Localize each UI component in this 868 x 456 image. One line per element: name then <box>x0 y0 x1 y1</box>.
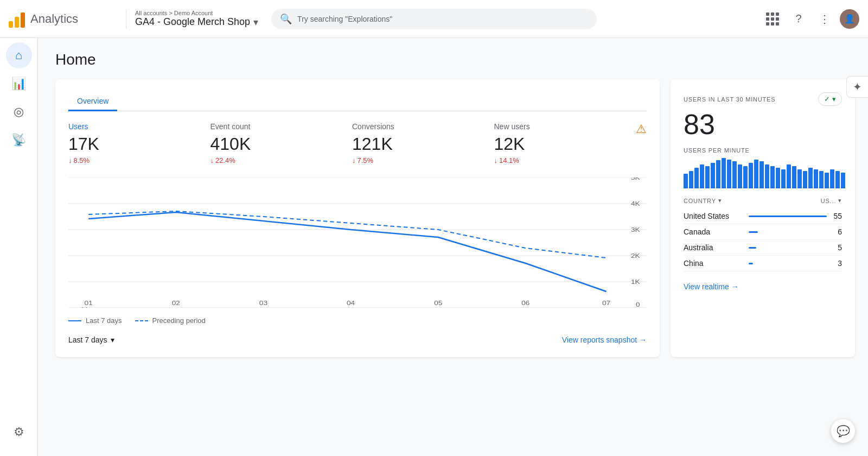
country-bar-wrap <box>749 231 831 233</box>
user-avatar[interactable]: 👤 <box>840 9 859 29</box>
realtime-bar <box>792 166 796 188</box>
realtime-bar <box>738 164 742 188</box>
tab-bar: Overview <box>68 92 647 111</box>
metric-new-users: New users 12K ↓ 14.1% <box>494 122 636 164</box>
reports-icon: 📊 <box>11 77 26 91</box>
date-range-button[interactable]: Last 7 days ▾ <box>68 335 114 344</box>
country-row: China 3 <box>684 256 842 271</box>
help-icon: ? <box>795 12 801 25</box>
sidebar-item-explore[interactable]: ◎ <box>6 99 32 125</box>
realtime-card: USERS IN LAST 30 MINUTES ✓ ▾ 83 USERS PE… <box>671 79 855 357</box>
tab-overview[interactable]: Overview <box>68 92 117 111</box>
realtime-bar <box>705 166 710 188</box>
metric-users: Users 17K ↓ 8.5% <box>68 122 210 164</box>
legend-dashed-label: Preceding period <box>152 316 206 325</box>
sidebar-item-reports[interactable]: 📊 <box>6 71 32 97</box>
realtime-country-header: COUNTRY ▾ US... ▾ <box>684 197 842 204</box>
help-button[interactable]: ? <box>788 8 809 30</box>
chat-icon: 💬 <box>837 425 850 438</box>
realtime-bar <box>732 161 737 188</box>
svg-text:4K: 4K <box>631 200 640 207</box>
metric-users-change: ↓ 8.5% <box>68 156 210 164</box>
realtime-value: 83 <box>684 110 842 138</box>
main-content: Home Overview Users 17K ↓ 8.5% Event cou… <box>38 38 868 456</box>
metric-events-value: 410K <box>210 134 353 154</box>
metric-events-change: ↓ 22.4% <box>210 156 353 164</box>
country-row: United States 55 <box>684 208 842 224</box>
sidebar-item-advertising[interactable]: 📡 <box>6 127 32 153</box>
realtime-bar <box>819 171 824 188</box>
settings-icon: ⚙ <box>14 425 24 439</box>
realtime-bar <box>835 171 840 188</box>
line-chart: 5K 4K 3K 2K 1K 0 01 May 02 03 04 05 06 0… <box>68 178 647 308</box>
chart-footer: Last 7 days ▾ View reports snapshot → <box>68 335 647 344</box>
realtime-badge[interactable]: ✓ ▾ <box>818 92 842 106</box>
realtime-bar <box>797 169 802 188</box>
country-bar <box>749 247 756 249</box>
country-value: 5 <box>838 243 842 252</box>
more-options-button[interactable]: ⋮ <box>814 8 835 30</box>
chart-legend: Last 7 days Preceding period <box>68 316 647 325</box>
chart-area: 5K 4K 3K 2K 1K 0 01 May 02 03 04 05 06 0… <box>68 178 647 308</box>
svg-text:03: 03 <box>259 300 267 306</box>
country-name: Canada <box>684 227 749 236</box>
country-bar-wrap <box>749 216 827 217</box>
country-row: Canada 6 <box>684 224 842 240</box>
realtime-header: USERS IN LAST 30 MINUTES ✓ ▾ <box>684 92 842 106</box>
country-value: 55 <box>833 212 842 220</box>
cards-row: Overview Users 17K ↓ 8.5% Event count 41… <box>55 79 855 357</box>
feedback-button[interactable]: 💬 <box>831 419 855 443</box>
realtime-bar <box>722 158 726 188</box>
date-range-arrow: ▾ <box>111 335 114 344</box>
search-box[interactable]: 🔍 Try searching "Explorations" <box>271 9 597 29</box>
realtime-bar <box>787 164 791 188</box>
down-arrow-icon: ↓ <box>68 156 72 164</box>
country-bar-wrap <box>749 263 831 264</box>
account-name[interactable]: GA4 - Google Merch Shop ▾ <box>135 16 258 28</box>
realtime-bar <box>749 163 753 188</box>
home-icon: ⌂ <box>15 48 22 62</box>
country-value: 6 <box>838 227 842 236</box>
svg-text:02: 02 <box>172 300 180 306</box>
metric-users-value: 17K <box>68 134 210 154</box>
right-panel-button[interactable]: ✦ <box>846 76 868 98</box>
svg-text:05: 05 <box>434 300 442 306</box>
svg-text:May: May <box>81 306 96 308</box>
realtime-bar <box>760 161 764 188</box>
realtime-bar <box>711 163 715 188</box>
metric-events: Event count 410K ↓ 22.4% <box>210 122 353 164</box>
view-realtime-link[interactable]: View realtime → <box>684 282 842 291</box>
view-reports-link[interactable]: View reports snapshot → <box>562 335 647 344</box>
grid-icon <box>766 12 779 26</box>
badge-dropdown-arrow: ▾ <box>832 95 836 103</box>
sparkle-icon: ✦ <box>853 80 862 93</box>
metric-conversions: Conversions 121K ↓ 7.5% <box>352 122 494 164</box>
country-bar <box>749 231 758 233</box>
realtime-bar <box>743 166 748 188</box>
header-divider <box>126 9 126 29</box>
page-title: Home <box>55 51 855 68</box>
country-row: Australia 5 <box>684 240 842 256</box>
metric-new-users-change: ↓ 14.1% <box>494 156 636 164</box>
main-chart-card: Overview Users 17K ↓ 8.5% Event count 41… <box>55 79 660 357</box>
svg-text:1K: 1K <box>631 278 640 285</box>
users-col-label[interactable]: US... ▾ <box>821 197 842 204</box>
sidebar: ⌂ 📊 ◎ 📡 ⚙ <box>0 38 38 456</box>
country-col-label[interactable]: COUNTRY ▾ <box>684 197 722 204</box>
metric-events-label: Event count <box>210 122 353 131</box>
logo-bar-1 <box>9 21 13 28</box>
account-selector[interactable]: All accounts > Demo Account GA4 - Google… <box>135 10 258 28</box>
explore-icon: ◎ <box>14 105 24 119</box>
metric-conversions-value: 121K <box>352 134 494 154</box>
warning-icon[interactable]: ⚠ <box>636 122 647 136</box>
account-dropdown-arrow: ▾ <box>253 16 258 28</box>
sidebar-item-settings[interactable]: ⚙ <box>6 419 32 445</box>
country-bar-wrap <box>749 247 831 249</box>
country-list: United States 55 Canada 6 Australia 5 Ch… <box>684 208 842 271</box>
legend-solid: Last 7 days <box>68 316 122 325</box>
apps-button[interactable] <box>762 8 783 30</box>
sidebar-item-home[interactable]: ⌂ <box>6 42 32 68</box>
down-arrow-icon-3: ↓ <box>352 156 356 164</box>
check-circle-icon: ✓ <box>824 95 830 103</box>
search-placeholder: Try searching "Explorations" <box>297 15 392 23</box>
